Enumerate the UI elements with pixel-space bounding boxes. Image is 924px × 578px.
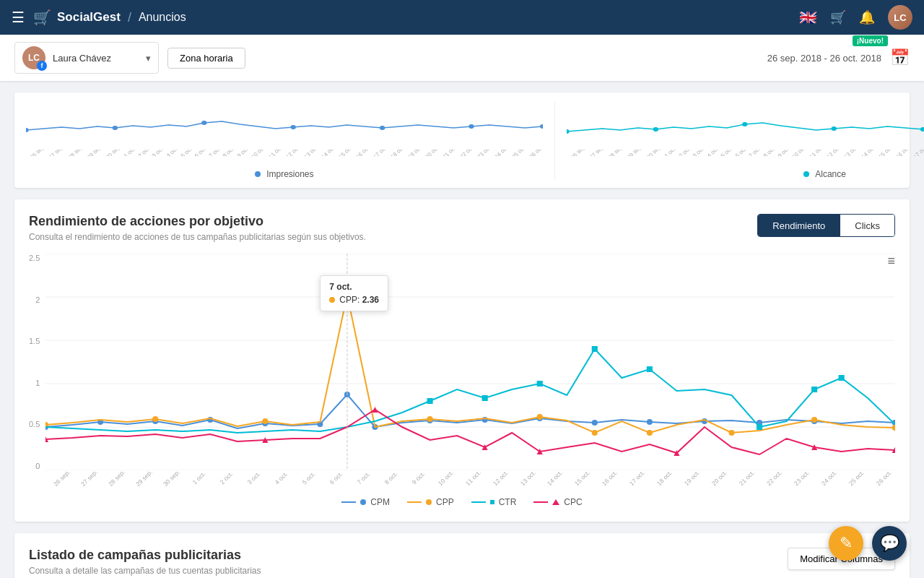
mini-charts-container: 26 sep. 27 sep. 28 sep. 29 sep. 30 sep. …	[26, 101, 898, 179]
svg-point-44	[647, 430, 653, 436]
svg-rect-55	[757, 424, 762, 430]
campaigns-title: Listado de campañas publicitarias	[29, 548, 261, 563]
legend-ctr-label: CTR	[499, 497, 517, 507]
svg-container: 7 oct. CPP: 2.36 26 sep. 27 sep. 28 sep.…	[45, 254, 895, 483]
svg-point-39	[263, 418, 269, 424]
legend-cpm-label: CPM	[370, 497, 390, 507]
y-label-2: 2	[29, 296, 40, 304]
date-range-wrapper: ¡Nuevo! 26 sep. 2018 - 26 oct. 2018 📅	[767, 48, 910, 67]
svg-rect-48	[592, 346, 598, 352]
toggle-clicks-button[interactable]: Clicks	[840, 215, 894, 236]
svg-rect-54	[839, 375, 845, 381]
chart-title-block: Rendimiento de acciones por objetivo Con…	[29, 214, 757, 242]
legend-ctr: CTR	[471, 497, 517, 507]
toggle-rendimiento-button[interactable]: Rendimiento	[758, 215, 840, 236]
chart-toggle: Rendimiento Clicks	[757, 214, 895, 237]
legend-cpp-label: CPP	[436, 497, 454, 507]
svg-point-47	[892, 425, 895, 431]
nuevo-badge: ¡Nuevo!	[853, 35, 888, 46]
chart-subtitle: Consulta el rendimiento de acciones de t…	[29, 232, 757, 242]
chart-with-yaxis: 2.5 2 1.5 1 0.5 0	[29, 254, 895, 483]
logo-text: SocialGest	[57, 10, 121, 25]
impresiones-svg	[26, 101, 543, 144]
y-label-25: 2.5	[29, 254, 40, 262]
alcance-label: Alcance	[815, 169, 846, 179]
chart-area: ≡ 2.5 2 1.5 1 0.5 0	[29, 254, 895, 507]
avatar[interactable]: LC	[888, 5, 912, 30]
legend-cpm: CPM	[341, 497, 390, 507]
svg-rect-53	[811, 387, 817, 392]
campaigns-header: Listado de campañas publicitarias Consul…	[29, 548, 895, 576]
logo: 🛒 SocialGest	[33, 9, 121, 26]
impresiones-label: Impresiones	[266, 169, 313, 179]
fab-chat-button[interactable]: 💬	[872, 526, 907, 561]
svg-marker-58	[372, 407, 378, 413]
topnav: ☰ 🛒 SocialGest / Anuncios 🇬🇧 🛒 🔔 LC	[0, 0, 924, 35]
svg-point-2	[201, 121, 206, 125]
topnav-right: 🇬🇧 🛒 🔔 LC	[799, 5, 912, 30]
y-label-1: 1	[29, 379, 40, 387]
svg-rect-49	[537, 381, 543, 387]
svg-point-3	[290, 125, 295, 129]
svg-point-10	[831, 126, 836, 131]
chart-legend: CPM CPP CTR CPC	[29, 497, 895, 507]
mini-charts-section: 26 sep. 27 sep. 28 sep. 29 sep. 30 sep. …	[14, 92, 910, 188]
header-bar: LC f Laura Chávez ▾ Zona horaria ¡Nuevo!…	[0, 35, 924, 81]
bell-icon[interactable]: 🔔	[859, 9, 875, 25]
user-selector[interactable]: LC f Laura Chávez ▾	[14, 42, 159, 74]
flag-icon[interactable]: 🇬🇧	[799, 9, 817, 26]
chart-menu-icon[interactable]: ≡	[887, 254, 895, 269]
impresiones-legend: Impresiones	[26, 169, 543, 179]
legend-cpc-label: CPC	[564, 497, 582, 507]
svg-rect-52	[427, 398, 433, 404]
hamburger-icon[interactable]: ☰	[12, 9, 25, 26]
svg-point-31	[592, 420, 598, 426]
date-range-text: 26 sep. 2018 - 26 oct. 2018	[767, 53, 881, 64]
nav-separator: /	[128, 10, 131, 25]
y-axis: 2.5 2 1.5 1 0.5 0	[29, 254, 45, 470]
svg-point-42	[537, 414, 543, 420]
svg-point-4	[380, 126, 385, 130]
user-avatar: LC f	[22, 46, 45, 69]
page-title: Anuncios	[139, 11, 186, 24]
svg-point-45	[729, 430, 735, 436]
main-chart-section: Rendimiento de acciones por objetivo Con…	[14, 199, 910, 522]
campaigns-title-block: Listado de campañas publicitarias Consul…	[29, 548, 261, 576]
campaigns-subtitle: Consulta a detalle las campañas de tus c…	[29, 566, 261, 576]
alcance-chart: 26 sep. 27 sep. 28 sep. 29 sep. 30 sep. …	[555, 101, 924, 179]
svg-point-9	[742, 122, 747, 126]
campaigns-section: Listado de campañas publicitarias Consul…	[14, 533, 910, 578]
alcance-svg	[567, 101, 924, 144]
svg-point-6	[540, 124, 543, 129]
chart-title: Rendimiento de acciones por objetivo	[29, 214, 757, 229]
svg-point-38	[152, 416, 158, 422]
svg-point-8	[653, 127, 658, 131]
svg-point-5	[468, 124, 474, 129]
y-label-15: 1.5	[29, 337, 40, 345]
facebook-badge: f	[37, 61, 47, 71]
chart-header: Rendimiento de acciones por objetivo Con…	[29, 214, 895, 242]
fab-edit-button[interactable]: ✎	[829, 526, 863, 561]
x-axis-dates: 26 sep. 27 sep. 28 sep. 29 sep. 30 sep. …	[45, 475, 895, 483]
alcance-dates: 26 sep. 27 sep. 28 sep. 29 sep. 30 sep. …	[567, 150, 924, 156]
svg-point-11	[920, 127, 924, 131]
alcance-legend: Alcance	[567, 169, 924, 179]
impresiones-dates: 26 sep. 27 sep. 28 sep. 29 sep. 30 sep. …	[26, 150, 543, 156]
cart-nav-icon[interactable]: 🛒	[830, 9, 846, 25]
fab-area: ✎ 💬	[829, 526, 907, 561]
legend-cpc: CPC	[533, 497, 582, 507]
cart-icon: 🛒	[33, 9, 51, 26]
calendar-icon[interactable]: 📅	[890, 48, 910, 67]
svg-point-1	[113, 126, 118, 130]
svg-point-32	[647, 419, 653, 425]
svg-point-43	[592, 430, 598, 436]
svg-rect-50	[647, 366, 653, 372]
svg-point-0	[26, 128, 29, 132]
impresiones-chart: 26 sep. 27 sep. 28 sep. 29 sep. 30 sep. …	[26, 101, 555, 179]
timezone-button[interactable]: Zona horaria	[167, 48, 245, 69]
svg-point-7	[567, 129, 570, 134]
user-name: Laura Chávez	[53, 53, 139, 64]
svg-point-46	[811, 417, 817, 423]
svg-marker-59	[482, 444, 488, 450]
legend-cpp: CPP	[407, 497, 454, 507]
